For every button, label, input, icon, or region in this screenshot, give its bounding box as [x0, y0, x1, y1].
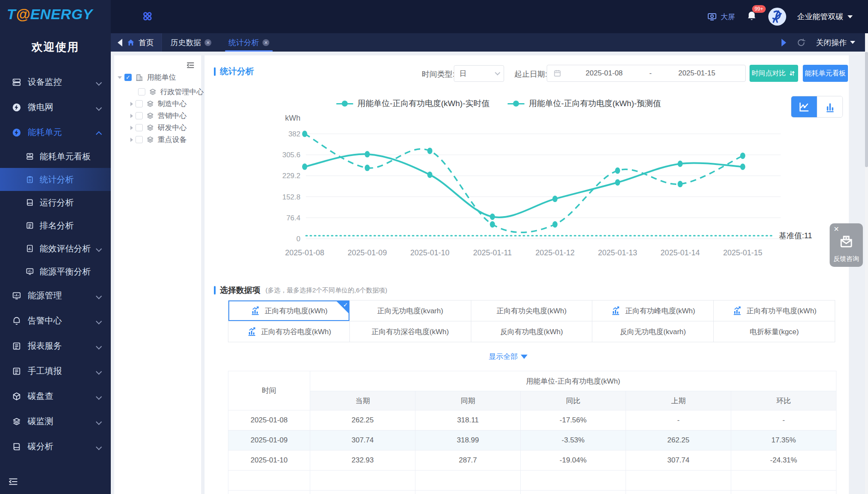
sidebar-item-carbon-monitoring[interactable]: 碳监测 — [0, 409, 111, 434]
checkbox-unchecked[interactable] — [136, 136, 143, 143]
legend-item-forecast[interactable]: 用能单位-正向有功电度(kWh)-预测值 — [508, 98, 661, 109]
data-item-coal-equivalent[interactable]: 电折标量(kgce) — [714, 321, 835, 342]
avatar[interactable] — [768, 8, 786, 26]
data-item-forward-sharp[interactable]: 正向有功尖电度(kWh) — [471, 300, 592, 321]
checkbox-unchecked[interactable] — [136, 100, 143, 107]
tree-expand-icon[interactable] — [118, 76, 122, 79]
table-row — [228, 491, 836, 494]
svg-text:2025-01-10: 2025-01-10 — [410, 248, 450, 257]
sidebar-item-energy-unit[interactable]: 能耗单元 — [0, 120, 111, 145]
tree-expand-icon[interactable] — [130, 126, 133, 130]
close-icon[interactable]: ✕ — [262, 39, 269, 46]
table-group-header: 用能单位-正向有功电度(kWh) — [310, 371, 836, 391]
tree-item-rd-center[interactable]: 研发中心 — [130, 123, 187, 133]
sidebar-item-alarm-center[interactable]: 告警中心 — [0, 308, 111, 333]
board-icon — [26, 152, 34, 161]
sidebar-item-manual-entry[interactable]: 手工填报 — [0, 358, 111, 384]
tab-stats-analysis[interactable]: 统计分析✕ — [220, 33, 278, 52]
tree-item-key-equipment[interactable]: 重点设备 — [130, 135, 187, 144]
chevron-down-icon — [96, 80, 101, 85]
monitor-chart-icon — [12, 291, 21, 300]
time-point-compare-button[interactable]: 时间点对比 — [750, 65, 798, 82]
time-type-select[interactable]: 日 — [454, 65, 504, 82]
trend-icon — [611, 306, 621, 316]
sidebar-item-carbon-analysis[interactable]: 碳分析 — [0, 434, 111, 459]
triangle-down-icon — [521, 355, 528, 359]
tree-item-manufacturing-center[interactable]: 制造中心 — [130, 99, 187, 109]
tree-collapse-icon[interactable] — [186, 61, 195, 70]
data-item-forward-deep-valley[interactable]: 正向有功深谷电度(kWh) — [350, 321, 471, 342]
home-icon — [127, 38, 135, 47]
data-item-forward-active[interactable]: 正向有功电度(kWh)✓ — [228, 300, 349, 321]
col-header-mom: 环比 — [731, 391, 836, 410]
trend-icon — [250, 306, 260, 316]
notifications-button[interactable]: 99+ — [746, 10, 757, 23]
table-row: 2025-01-10 232.93 287.7 -19.04% 307.74 -… — [228, 451, 836, 471]
legend-item-realtime[interactable]: 用能单位-正向有功电度(kWh)-实时值 — [336, 98, 490, 109]
close-icon[interactable]: ✕ — [833, 225, 839, 233]
sidebar-collapse-icon[interactable] — [8, 476, 19, 487]
close-operations-dropdown[interactable]: 关闭操作 — [816, 38, 855, 48]
chevron-down-icon — [96, 293, 101, 298]
data-item-forward-flat[interactable]: 正向有功平电度(kWh) — [714, 300, 835, 321]
svg-text:152.8: 152.8 — [282, 193, 300, 201]
sidebar-item-ranking-analysis[interactable]: 排名分析 — [0, 214, 111, 237]
feedback-widget[interactable]: ✕ 反馈咨询 — [830, 223, 863, 267]
statistics-line-chart[interactable]: 076.4152.8229.2305.6382kWh2025-01-082025… — [256, 113, 849, 264]
data-item-reverse-active[interactable]: 反向有功电度(kWh) — [471, 321, 592, 342]
checkbox-unchecked[interactable] — [138, 88, 145, 95]
checkbox-unchecked[interactable] — [136, 124, 143, 131]
svg-text:kWh: kWh — [285, 114, 300, 122]
account-menu[interactable]: 企业能管双碳 — [797, 12, 853, 22]
tree-expand-icon[interactable] — [130, 102, 133, 106]
bolt-circle-icon — [12, 128, 21, 137]
sidebar-item-operation-analysis[interactable]: 运行分析 — [0, 191, 111, 214]
svg-text:2025-01-14: 2025-01-14 — [660, 248, 700, 257]
col-header-current: 当期 — [310, 391, 415, 410]
scrollbar-track[interactable] — [865, 33, 868, 494]
checkbox-unchecked[interactable] — [136, 112, 143, 119]
app-logo: T@ENERGY — [0, 0, 111, 23]
sidebar-item-microgrid[interactable]: 微电网 — [0, 95, 111, 120]
sidebar-item-efficiency-evaluation[interactable]: 能效评估分析 — [0, 237, 111, 260]
tabs-scroll-right-icon[interactable] — [781, 39, 786, 46]
logo-at-icon: @ — [16, 6, 30, 22]
date-end-input[interactable]: 2025-01-15 — [654, 69, 739, 78]
sidebar-item-energy-management[interactable]: 能源管理 — [0, 283, 111, 308]
data-item-reverse-reactive[interactable]: 反向无功电度(kvarh) — [592, 321, 713, 342]
energy-unit-board-button[interactable]: 能耗单元看板 — [803, 65, 848, 82]
big-screen-button[interactable]: 大屏 — [707, 12, 735, 22]
show-all-toggle[interactable]: 显示全部 — [205, 352, 812, 361]
sidebar-item-energy-balance[interactable]: 能源平衡分析 — [0, 260, 111, 283]
refresh-icon[interactable] — [796, 38, 806, 47]
alarm-bell-icon — [12, 316, 21, 326]
data-item-forward-peak[interactable]: 正向有功峰电度(kWh) — [592, 300, 713, 321]
sidebar-item-energy-unit-board[interactable]: 能耗单元看板 — [0, 145, 111, 168]
tab-home[interactable]: 首页 — [127, 38, 154, 48]
check-icon: ✓ — [343, 301, 348, 308]
sidebar-item-carbon-inventory[interactable]: 碳盘查 — [0, 384, 111, 409]
sidebar-item-report-service[interactable]: 报表服务 — [0, 333, 111, 358]
layers-icon — [146, 112, 154, 120]
date-range-picker[interactable]: 2025-01-08 - 2025-01-15 — [547, 65, 746, 82]
data-item-forward-valley[interactable]: 正向有功谷电度(kWh) — [228, 321, 349, 342]
sidebar-item-device-monitoring[interactable]: 设备监控 — [0, 69, 111, 95]
svg-text:229.2: 229.2 — [282, 172, 300, 180]
tabs-scroll-left-icon[interactable] — [118, 39, 122, 46]
apps-grid-icon[interactable] — [141, 10, 153, 22]
mail-icon — [839, 234, 854, 249]
tree-item-admin-center[interactable]: 行政管理中心 — [130, 87, 204, 97]
checkbox-checked[interactable]: ✓ — [124, 74, 132, 81]
date-range-label: 起止日期: — [514, 69, 547, 79]
date-start-input[interactable]: 2025-01-08 — [562, 69, 647, 78]
tree-expand-icon[interactable] — [130, 114, 133, 118]
sidebar-item-stats-analysis[interactable]: 统计分析 — [0, 168, 111, 191]
tree-item-marketing-center[interactable]: 营销中心 — [130, 111, 187, 121]
tree-root-energy-unit[interactable]: ✓ 用能单位 — [118, 72, 176, 82]
tab-history-data[interactable]: 历史数据✕ — [162, 33, 220, 52]
tree-expand-icon[interactable] — [130, 138, 133, 142]
data-item-forward-reactive[interactable]: 正向无功电度(kvarh) — [350, 300, 471, 321]
scrollbar-thumb[interactable] — [865, 52, 868, 167]
close-icon[interactable]: ✕ — [205, 39, 211, 46]
time-type-label: 时间类型: — [422, 69, 455, 79]
